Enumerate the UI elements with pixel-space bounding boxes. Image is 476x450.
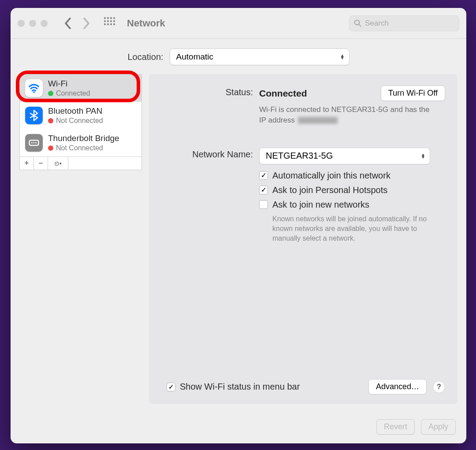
window-controls — [18, 20, 48, 27]
search-input[interactable] — [365, 19, 454, 28]
interface-status: Not Connected — [48, 117, 103, 125]
checkbox-icon[interactable] — [259, 171, 268, 180]
detail-panel: Status: Connected Turn Wi-Fi Off Wi-Fi i… — [149, 74, 457, 404]
interface-list: Wi-Fi Connected Bluetooth PAN Not Connec… — [19, 74, 142, 157]
apply-button[interactable]: Apply — [421, 419, 456, 435]
window-footer: Revert Apply — [11, 413, 466, 443]
titlebar: Network — [11, 8, 466, 39]
network-name-select[interactable]: NETGEAR31-5G ▲▼ — [259, 148, 430, 164]
location-select[interactable]: Automatic ▲▼ — [170, 48, 350, 65]
interface-status: Not Connected — [48, 144, 119, 152]
zoom-icon[interactable] — [41, 20, 48, 27]
ask-hotspots-label: Ask to join Personal Hotspots — [272, 185, 387, 195]
search-field[interactable] — [349, 15, 459, 31]
svg-line-1 — [359, 24, 361, 26]
auto-join-label: Automatically join this network — [272, 171, 390, 181]
status-label: Status: — [161, 86, 253, 97]
wifi-icon — [25, 79, 43, 97]
interface-name: Bluetooth PAN — [48, 106, 103, 116]
wifi-toggle-button[interactable]: Turn Wi-Fi Off — [381, 86, 445, 101]
redacted-ip — [298, 117, 338, 124]
sidebar-item-bluetooth-pan[interactable]: Bluetooth PAN Not Connected — [20, 102, 141, 129]
minimize-icon[interactable] — [29, 20, 36, 27]
status-value: Connected — [259, 88, 307, 99]
status-dot-icon — [48, 145, 53, 151]
sidebar-item-wifi[interactable]: Wi-Fi Connected — [20, 74, 141, 102]
interface-status: Connected — [48, 89, 90, 97]
svg-point-5 — [33, 142, 35, 144]
ask-new-checkbox-row[interactable]: Ask to join new networks — [259, 200, 445, 210]
bluetooth-icon — [25, 107, 43, 124]
chevron-updown-icon: ▲▼ — [340, 54, 345, 60]
show-menubar-label: Show Wi-Fi status in menu bar — [180, 382, 300, 392]
checkbox-icon[interactable] — [259, 186, 268, 194]
network-preferences-window: Network Location: Automatic ▲▼ — [11, 8, 466, 443]
ask-new-label: Ask to join new networks — [272, 200, 369, 210]
svg-point-6 — [35, 142, 37, 144]
location-row: Location: Automatic ▲▼ — [11, 39, 466, 74]
close-icon[interactable] — [18, 20, 25, 27]
interfaces-sidebar: Wi-Fi Connected Bluetooth PAN Not Connec… — [19, 74, 142, 404]
remove-interface-button[interactable]: − — [34, 157, 48, 170]
sidebar-footer: + − ⊙ ▾ — [19, 157, 142, 170]
chevron-updown-icon: ▲▼ — [421, 153, 425, 159]
checkbox-icon[interactable] — [167, 383, 175, 391]
search-icon — [354, 19, 361, 27]
network-name-value: NETGEAR31-5G — [266, 151, 333, 161]
checkbox-icon[interactable] — [259, 200, 268, 209]
sidebar-item-thunderbolt-bridge[interactable]: Thunderbolt Bridge Not Connected — [20, 129, 141, 156]
status-description: Wi-Fi is connected to NETGEAR31-5G and h… — [259, 104, 435, 126]
location-label: Location: — [127, 52, 163, 62]
actions-menu-button[interactable]: ⊙ ▾ — [48, 157, 68, 170]
add-interface-button[interactable]: + — [20, 157, 34, 170]
status-dot-icon — [48, 91, 53, 96]
interface-name: Thunderbolt Bridge — [48, 134, 119, 143]
ask-new-help-text: Known networks will be joined automatica… — [272, 214, 431, 244]
revert-button[interactable]: Revert — [376, 419, 415, 435]
status-dot-icon — [48, 118, 53, 123]
auto-join-checkbox-row[interactable]: Automatically join this network — [259, 171, 445, 181]
thunderbolt-bridge-icon — [25, 134, 43, 152]
show-menubar-checkbox-row[interactable]: Show Wi-Fi status in menu bar — [167, 382, 300, 392]
advanced-button[interactable]: Advanced… — [368, 379, 427, 394]
network-name-label: Network Name: — [161, 148, 253, 160]
back-button[interactable] — [61, 16, 75, 30]
location-value: Automatic — [176, 52, 213, 62]
window-title: Network — [127, 18, 165, 29]
interface-name: Wi-Fi — [48, 79, 90, 89]
help-button[interactable]: ? — [433, 381, 445, 393]
forward-button[interactable] — [79, 16, 93, 30]
show-all-icon[interactable] — [104, 17, 116, 30]
ask-hotspots-checkbox-row[interactable]: Ask to join Personal Hotspots — [259, 185, 445, 195]
svg-point-2 — [33, 91, 35, 93]
svg-point-4 — [31, 142, 33, 144]
